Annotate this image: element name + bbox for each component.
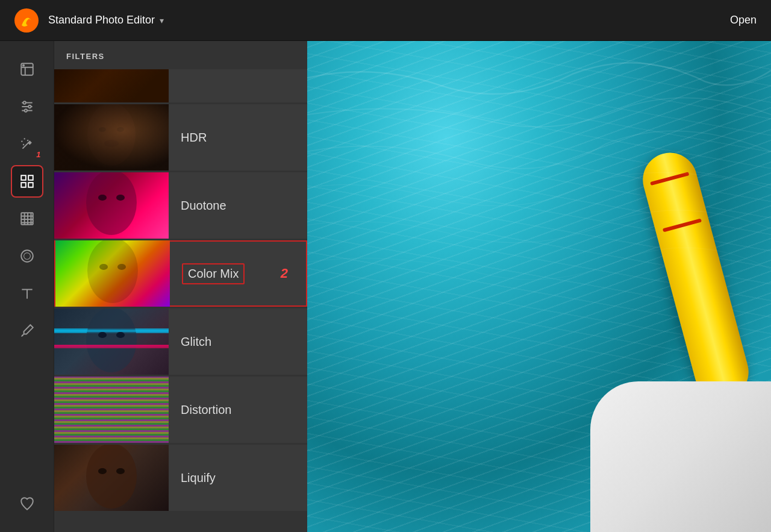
svg-point-29 bbox=[87, 104, 136, 166]
svg-rect-43 bbox=[54, 345, 169, 346]
filter-label-area-duotone: Duotone bbox=[169, 199, 307, 213]
svg-point-39 bbox=[86, 308, 137, 372]
svg-rect-42 bbox=[54, 330, 169, 332]
svg-point-7 bbox=[28, 105, 31, 108]
filter-label-hdr: HDR bbox=[181, 131, 207, 145]
filter-item-distortion[interactable]: Distortion bbox=[54, 377, 307, 443]
filter-thumbnail-distortion bbox=[54, 377, 169, 443]
filters-panel: FILTERS bbox=[54, 41, 307, 532]
svg-line-11 bbox=[27, 140, 28, 141]
svg-point-35 bbox=[116, 195, 125, 201]
svg-point-25 bbox=[21, 250, 33, 262]
svg-rect-14 bbox=[21, 175, 26, 180]
filters-header: FILTERS bbox=[54, 41, 307, 69]
svg-point-34 bbox=[98, 195, 107, 201]
photo-canvas bbox=[307, 41, 771, 532]
filter-item-glitch[interactable]: Glitch bbox=[54, 308, 307, 375]
svg-rect-15 bbox=[28, 175, 33, 180]
filter-label-glitch: Glitch bbox=[181, 335, 211, 349]
filter-label-area-liquify: Liquify bbox=[169, 471, 307, 485]
svg-point-44 bbox=[86, 445, 137, 509]
svg-point-38 bbox=[117, 264, 126, 270]
filter-label-colormix: Color Mix bbox=[182, 263, 245, 284]
filter-thumbnail-colormix bbox=[55, 240, 170, 307]
filter-thumbnail-hdr bbox=[54, 104, 169, 171]
svg-point-33 bbox=[86, 172, 137, 235]
icon-sidebar: 1 bbox=[0, 41, 54, 532]
filter-thumbnail-glitch bbox=[54, 308, 169, 375]
filter-label-liquify: Liquify bbox=[181, 471, 216, 485]
pool-photo bbox=[307, 41, 771, 532]
topbar-left: Standard Photo Editor ▾ bbox=[14, 8, 164, 33]
sidebar-icon-text[interactable] bbox=[11, 277, 43, 310]
svg-point-37 bbox=[99, 264, 108, 270]
sidebar-icon-favorites[interactable] bbox=[11, 487, 43, 520]
svg-point-40 bbox=[98, 332, 107, 338]
open-button[interactable]: Open bbox=[730, 14, 757, 27]
filter-item-first-partial[interactable] bbox=[54, 69, 307, 102]
sidebar-icon-texture[interactable] bbox=[11, 202, 43, 235]
svg-rect-17 bbox=[28, 183, 33, 187]
svg-rect-16 bbox=[21, 183, 26, 187]
filter-thumbnail-first bbox=[54, 69, 169, 102]
filter-label-area-glitch: Glitch bbox=[169, 335, 307, 349]
svg-point-32 bbox=[104, 140, 119, 147]
svg-point-2 bbox=[22, 64, 23, 66]
svg-point-31 bbox=[117, 127, 124, 132]
sidebar-icon-magic-wand[interactable]: 1 bbox=[11, 128, 43, 160]
svg-point-45 bbox=[98, 468, 107, 474]
svg-point-46 bbox=[116, 468, 125, 474]
app-title-dropdown[interactable]: Standard Photo Editor ▾ bbox=[48, 14, 164, 27]
topbar: Standard Photo Editor ▾ Open bbox=[0, 0, 771, 41]
filter-thumbnail-liquify bbox=[54, 445, 169, 511]
sidebar-icon-brush[interactable] bbox=[11, 315, 43, 347]
filter-label-duotone: Duotone bbox=[181, 199, 226, 213]
badge-1: 1 bbox=[36, 150, 40, 159]
filter-item-duotone[interactable]: Duotone bbox=[54, 172, 307, 239]
svg-line-9 bbox=[22, 143, 28, 149]
svg-point-36 bbox=[87, 240, 138, 303]
filter-thumbnail-duotone bbox=[54, 172, 169, 239]
filter-label-distortion: Distortion bbox=[181, 403, 231, 417]
svg-line-13 bbox=[23, 144, 23, 145]
svg-point-6 bbox=[23, 101, 25, 104]
filter-label-area-distortion: Distortion bbox=[169, 403, 307, 417]
main-content: 1 bbox=[0, 41, 771, 532]
app-title: Standard Photo Editor bbox=[48, 14, 155, 27]
filter-label-area-hdr: HDR bbox=[169, 131, 307, 145]
sidebar-icon-canvas[interactable] bbox=[11, 53, 43, 86]
sidebar-icon-grid[interactable] bbox=[11, 165, 43, 198]
svg-point-8 bbox=[24, 109, 27, 111]
filter-item-colormix[interactable]: Color Mix 2 bbox=[54, 240, 307, 307]
sidebar-icon-adjustments[interactable] bbox=[11, 90, 43, 123]
svg-point-30 bbox=[99, 127, 106, 132]
sidebar-icon-vignette[interactable] bbox=[11, 240, 43, 272]
svg-point-26 bbox=[23, 253, 30, 260]
badge-2: 2 bbox=[281, 266, 288, 281]
white-shape bbox=[590, 381, 771, 532]
app-logo bbox=[14, 8, 39, 33]
filter-item-liquify[interactable]: Liquify bbox=[54, 445, 307, 511]
dropdown-arrow-icon: ▾ bbox=[160, 16, 164, 25]
svg-point-41 bbox=[116, 332, 125, 338]
filter-item-hdr[interactable]: HDR bbox=[54, 104, 307, 171]
